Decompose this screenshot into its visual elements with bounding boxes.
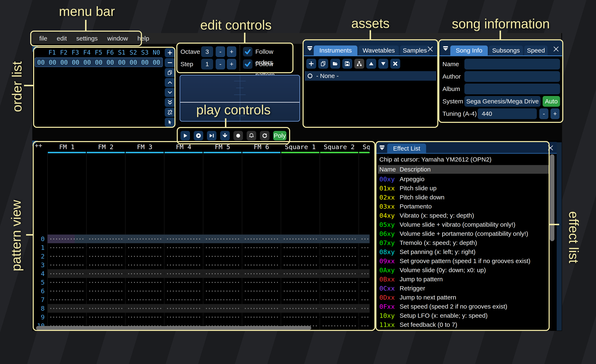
pattern-cell[interactable] (127, 243, 162, 252)
pattern-cell[interactable] (127, 234, 162, 243)
pattern-cell[interactable] (49, 313, 84, 321)
pattern-cell[interactable] (244, 295, 279, 304)
x-bold-button[interactable] (390, 59, 400, 69)
pattern-cell[interactable] (244, 304, 279, 313)
system-auto-button[interactable]: Auto (543, 96, 560, 107)
play-button[interactable] (180, 131, 190, 140)
copy-button[interactable] (165, 68, 175, 77)
pattern-cell[interactable] (49, 278, 84, 287)
plus-button[interactable] (165, 48, 175, 57)
menu-item-window[interactable]: window (107, 35, 128, 42)
tab-instruments[interactable]: Instruments (314, 45, 358, 55)
channel-header-square-1[interactable]: Square 1 (281, 143, 320, 151)
pattern-cell[interactable] (322, 234, 357, 243)
pattern-cell[interactable] (244, 243, 279, 252)
pattern-cell[interactable] (283, 278, 318, 287)
pattern-cell[interactable] (127, 269, 162, 278)
channel-header-fm-4[interactable]: FM 4 (164, 143, 203, 151)
octave-value[interactable]: 3 (201, 46, 213, 57)
pattern-cell[interactable] (361, 252, 370, 261)
pattern-cell[interactable] (205, 243, 240, 252)
step-increase-button[interactable]: + (227, 59, 236, 70)
pattern-cell[interactable] (49, 295, 84, 304)
tuning-increase-button[interactable]: + (551, 108, 559, 119)
pattern-cell[interactable] (361, 321, 370, 330)
pattern-cell[interactable] (244, 278, 279, 287)
pattern-cell[interactable] (283, 243, 318, 252)
effect-row[interactable]: 0CxxRetrigger (376, 284, 557, 293)
effect-row[interactable]: 07xyTremolo (x: speed; y: depth) (376, 238, 557, 247)
pattern-cell[interactable] (205, 269, 240, 278)
follow-pattern-checkbox[interactable] (243, 59, 253, 69)
pattern-horizontal-scrollbar[interactable] (36, 326, 311, 330)
channel-header-fm-6[interactable]: FM 6 (242, 143, 281, 151)
pattern-cell[interactable] (361, 261, 370, 269)
collapse-window-icon[interactable] (442, 45, 449, 52)
effect-row[interactable]: 0AxyVolume slide (0y: down; x0: up) (376, 266, 557, 275)
save-button[interactable] (342, 59, 352, 69)
order-cell[interactable]: 00 (128, 59, 139, 66)
close-icon[interactable] (427, 46, 433, 53)
metronome-bell-button[interactable] (247, 131, 256, 140)
effect-row[interactable]: 0BxxJump to pattern (376, 275, 557, 284)
plus-button[interactable] (306, 59, 316, 69)
pattern-cell[interactable] (322, 321, 357, 330)
effect-row[interactable]: 02xxPitch slide down (376, 193, 557, 202)
pattern-cell[interactable] (166, 234, 201, 243)
album-field[interactable] (464, 84, 560, 94)
channel-header-fm-1[interactable]: FM 1 (47, 143, 86, 151)
pattern-cell[interactable] (361, 269, 370, 278)
pattern-cell[interactable] (127, 252, 162, 261)
pattern-cell[interactable] (205, 313, 240, 321)
pattern-cell[interactable] (283, 295, 318, 304)
tab-samples[interactable]: Samples (400, 45, 430, 55)
pattern-cell[interactable] (361, 287, 370, 295)
pattern-cell[interactable] (88, 295, 123, 304)
effect-row[interactable]: 11xxSet feedback (0 to 7) (376, 320, 557, 329)
order-cell[interactable]: 00 (104, 59, 116, 66)
system-field[interactable]: Sega Genesis/Mega Drive (464, 96, 541, 107)
tab-wavetables[interactable]: Wavetables (359, 45, 399, 55)
pattern-cell[interactable] (127, 261, 162, 269)
pattern-cell[interactable] (166, 313, 201, 321)
name-field[interactable] (464, 59, 560, 70)
pattern-cell[interactable] (283, 313, 318, 321)
pattern-cell[interactable] (244, 313, 279, 321)
pattern-cell[interactable] (49, 269, 84, 278)
order-cell[interactable]: 00 (58, 59, 70, 66)
effect-row[interactable]: 10xySetup LFO (x: enable; y: speed) (376, 311, 557, 320)
menu-item-file[interactable]: file (39, 35, 47, 42)
order-row[interactable]: 0000000000000000000000 (35, 58, 163, 67)
pattern-cell[interactable] (244, 261, 279, 269)
pattern-cell[interactable] (361, 234, 370, 243)
pattern-cell[interactable] (88, 313, 123, 321)
pattern-cell[interactable] (166, 243, 201, 252)
pattern-cell[interactable] (322, 304, 357, 313)
order-cell[interactable]: 00 (151, 59, 162, 66)
pattern-cell[interactable] (322, 313, 357, 321)
pattern-cell[interactable] (205, 295, 240, 304)
tab-effect-list[interactable]: Effect List (387, 144, 426, 153)
pattern-cell[interactable] (88, 278, 123, 287)
order-cell[interactable]: 00 (93, 59, 104, 66)
channel-header-square-2[interactable]: Square 2 (320, 143, 359, 151)
pattern-cell[interactable] (127, 295, 162, 304)
tree-view-button[interactable] (354, 59, 364, 69)
effect-row[interactable]: 08xySet panning (x: left; y: right) (376, 247, 557, 256)
pattern-cell[interactable] (283, 234, 318, 243)
pattern-cell[interactable] (88, 287, 123, 295)
folder-open-button[interactable] (330, 59, 340, 69)
tuning-field[interactable]: 440 (478, 108, 537, 119)
pattern-cell[interactable] (88, 304, 123, 313)
order-cell[interactable]: 00 (81, 59, 93, 66)
broken-link-button[interactable] (165, 108, 175, 117)
pattern-cell[interactable] (127, 313, 162, 321)
copy-button[interactable] (318, 59, 328, 69)
effect-row[interactable]: 01xxPitch slide up (376, 184, 557, 193)
menu-item-help[interactable]: help (137, 35, 149, 42)
triangle-down-button[interactable] (378, 59, 388, 69)
effect-row[interactable]: 09xxSet groove pattern (speed 1 if no gr… (376, 256, 557, 266)
pattern-cell[interactable] (205, 287, 240, 295)
pattern-cell[interactable] (88, 261, 123, 269)
pattern-cell[interactable] (127, 278, 162, 287)
